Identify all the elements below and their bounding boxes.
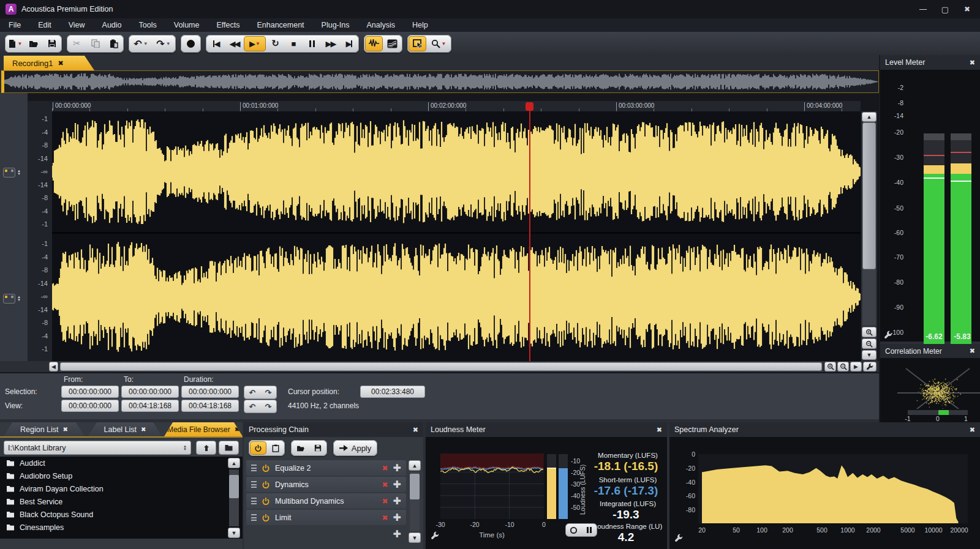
list-item-folder[interactable]: Best Service <box>0 495 243 508</box>
drag-handle-icon[interactable] <box>251 514 257 521</box>
list-item-folder[interactable]: Black Octopus Sound <box>0 508 243 521</box>
power-icon[interactable] <box>262 514 270 522</box>
save-file-button[interactable] <box>43 36 61 51</box>
horizontal-scrollbar-thumb[interactable] <box>60 362 822 371</box>
chain-effect-row[interactable]: Dynamics ✖ ✚ <box>246 477 406 492</box>
loudness-meter-close-icon[interactable]: ✖ <box>657 426 662 434</box>
menu-file[interactable]: File <box>0 18 29 32</box>
processing-chain-close-icon[interactable]: ✖ <box>413 426 418 434</box>
tab-region-list[interactable]: Region List✖ <box>4 422 85 436</box>
chain-effect-row[interactable]: Equalize 2 ✖ ✚ <box>246 460 406 476</box>
drag-handle-icon[interactable] <box>251 498 257 504</box>
remove-effect-icon[interactable]: ✖ <box>382 464 388 472</box>
tab-media-file-browser[interactable]: Media File Browser✖ <box>164 422 243 436</box>
selection-tool-button[interactable] <box>409 36 426 51</box>
view-from-field[interactable]: 00:00:00:000 <box>61 400 119 412</box>
selection-to-field[interactable]: 00:00:00:000 <box>121 386 179 398</box>
channel1-control[interactable]: ▲▼ <box>3 166 25 179</box>
vertical-zoom-out-button[interactable] <box>862 338 876 349</box>
zoom-menu-button[interactable]: ▶ <box>850 362 862 372</box>
selection-from-field[interactable]: 00:00:00:000 <box>61 386 119 398</box>
scroll-left-button[interactable]: ◀ <box>49 362 58 372</box>
chain-scroll-down-button[interactable]: ▼ <box>409 532 421 543</box>
menu-audio[interactable]: Audio <box>94 18 130 32</box>
power-icon[interactable] <box>262 480 270 489</box>
maximize-button[interactable]: ▢ <box>936 2 954 16</box>
label-list-close-icon[interactable]: ✖ <box>141 426 146 433</box>
cursor-position-field[interactable]: 00:02:33:480 <box>360 386 425 398</box>
remove-effect-icon[interactable]: ✖ <box>382 514 388 522</box>
level-meter-close-icon[interactable]: ✖ <box>970 59 975 67</box>
view-to-field[interactable]: 00:04:18:168 <box>121 400 179 412</box>
vertical-zoom-in-button[interactable] <box>862 327 876 337</box>
selection-undo-button[interactable]: ↶ <box>244 386 260 398</box>
media-browser-close-icon[interactable]: ✖ <box>235 426 239 433</box>
spectrum-settings-wrench-icon[interactable] <box>674 534 684 543</box>
new-file-button[interactable]: ▼ <box>6 36 24 51</box>
loudness-reset-button[interactable] <box>566 524 581 536</box>
chain-effect-row[interactable]: Multiband Dynamics ✖ ✚ <box>246 493 406 509</box>
go-to-start-button[interactable]: ◀ <box>207 36 225 51</box>
list-item-folder[interactable]: Audiobro Setup <box>0 469 243 482</box>
add-effect-icon[interactable]: ✚ <box>393 513 401 523</box>
remove-effect-icon[interactable]: ✖ <box>382 497 388 506</box>
chain-effect-row[interactable]: Limit ✖ ✚ <box>246 510 406 525</box>
chain-apply-button[interactable]: Apply <box>334 441 376 455</box>
power-icon[interactable] <box>262 497 270 506</box>
list-scrollbar-thumb[interactable] <box>229 475 239 498</box>
redo-button[interactable]: ↷▼ <box>153 36 175 51</box>
add-effect-icon[interactable]: ✚ <box>393 480 401 490</box>
play-button[interactable]: ▶▼ <box>244 36 266 51</box>
list-scroll-up-button[interactable]: ▲ <box>228 458 240 468</box>
up-directory-button[interactable] <box>196 441 216 455</box>
go-to-end-button[interactable]: ▶ <box>340 36 358 51</box>
menu-view[interactable]: View <box>60 18 94 32</box>
channel2-control[interactable]: ▲▼ <box>3 293 25 305</box>
file-list[interactable]: Auddict Audiobro Setup Aviram Dayan Coll… <box>0 457 243 539</box>
undo-button[interactable]: ↶▼ <box>130 36 152 51</box>
pause-button[interactable] <box>303 36 321 51</box>
open-file-button[interactable] <box>24 36 42 51</box>
rewind-button[interactable]: ◀◀ <box>225 36 243 51</box>
playhead-marker[interactable] <box>526 102 533 111</box>
menu-plugins[interactable]: Plug-Ins <box>313 18 358 32</box>
region-list-close-icon[interactable]: ✖ <box>63 426 68 433</box>
remove-effect-icon[interactable]: ✖ <box>382 480 388 489</box>
chain-save-button[interactable] <box>309 441 326 455</box>
level-meter-settings-wrench-icon[interactable] <box>884 331 893 340</box>
horizontal-zoom-in-button[interactable] <box>824 362 836 372</box>
list-item-folder[interactable]: Cinesamples <box>0 521 243 534</box>
menu-enhancement[interactable]: Enhancement <box>248 18 312 32</box>
waveform-settings-button[interactable] <box>863 362 876 372</box>
menu-tools[interactable]: Tools <box>130 18 165 32</box>
minimize-button[interactable]: — <box>914 2 932 16</box>
stop-button[interactable]: ■ <box>285 36 303 51</box>
channel1-spinner[interactable]: ▲▼ <box>17 170 21 176</box>
fast-forward-button[interactable]: ▶▶ <box>322 36 339 51</box>
waveform-view-button[interactable] <box>365 36 383 51</box>
drag-handle-icon[interactable] <box>251 465 257 471</box>
menu-effects[interactable]: Effects <box>208 18 248 32</box>
vertical-scrollbar-thumb[interactable] <box>862 122 876 269</box>
selection-redo-button[interactable]: ↷ <box>260 386 276 398</box>
zoom-tool-button[interactable]: ▼ <box>427 36 450 51</box>
browse-folder-button[interactable] <box>219 441 239 455</box>
tab-label-list[interactable]: Label List✖ <box>88 422 162 436</box>
path-combobox[interactable]: I:\Kontakt Library ▲▼ <box>4 441 191 455</box>
cut-button[interactable]: ✂ <box>68 36 86 51</box>
spectrogram-view-button[interactable] <box>383 36 401 51</box>
chain-scroll-up-button[interactable]: ▲ <box>409 460 421 471</box>
menu-edit[interactable]: Edit <box>29 18 60 32</box>
close-button[interactable]: ✖ <box>958 2 976 16</box>
loudness-pause-button[interactable] <box>581 524 597 536</box>
power-icon[interactable] <box>262 464 270 472</box>
drag-handle-icon[interactable] <box>251 481 257 488</box>
horizontal-zoom-out-button[interactable] <box>837 362 849 372</box>
menu-volume[interactable]: Volume <box>165 18 208 32</box>
chain-scrollbar-thumb[interactable] <box>410 474 420 499</box>
channel2-spinner[interactable]: ▲▼ <box>17 296 21 302</box>
chain-enable-button[interactable] <box>250 441 266 455</box>
view-duration-field[interactable]: 00:04:18:168 <box>181 400 239 412</box>
view-redo-button[interactable]: ↷ <box>260 400 276 413</box>
tab-recording1[interactable]: Recording1 ✖ <box>4 56 94 70</box>
